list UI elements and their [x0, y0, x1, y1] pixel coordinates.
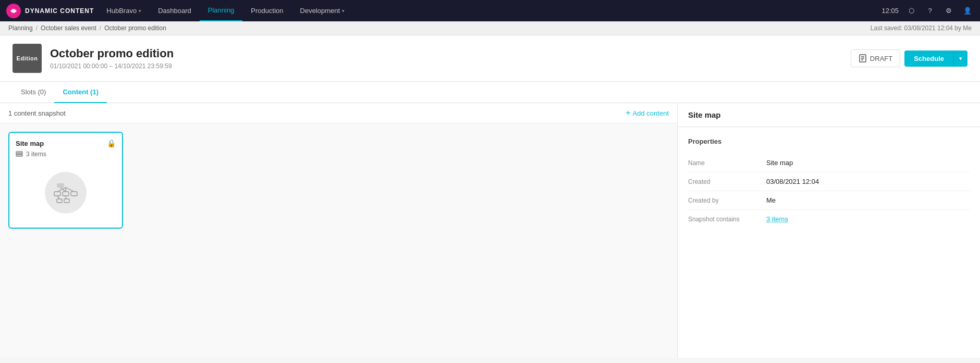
- svg-rect-6: [16, 155, 22, 157]
- svg-rect-9: [54, 192, 60, 196]
- user-icon[interactable]: 👤: [961, 5, 974, 17]
- chevron-down-icon: ▾: [342, 8, 345, 14]
- property-row-name: Name Site map: [688, 154, 970, 172]
- right-panel-header: Site map: [678, 103, 980, 127]
- sitemap-thumbnail-icon: [53, 181, 79, 204]
- tab-slots[interactable]: Slots (0): [13, 82, 54, 103]
- left-panel-toolbar: 1 content snapshot + Add content: [0, 103, 677, 123]
- settings-icon[interactable]: ⚙: [942, 5, 955, 17]
- svg-rect-5: [16, 153, 22, 155]
- nav-item-development[interactable]: Development ▾: [292, 0, 353, 21]
- nav-item-dashboard[interactable]: Dashboard: [150, 0, 200, 21]
- schedule-button-group: Schedule ▾: [904, 51, 967, 67]
- top-navigation: DYNAMIC CONTENT HubBravo ▾ Dashboard Pla…: [0, 0, 980, 21]
- draft-button[interactable]: DRAFT: [851, 49, 900, 67]
- svg-rect-8: [57, 183, 64, 187]
- property-label-snapshot: Snapshot contains: [688, 215, 756, 223]
- card-meta: 3 items: [16, 151, 116, 158]
- svg-rect-16: [57, 199, 62, 203]
- card-header: Site map 🔒: [16, 139, 116, 147]
- property-row-snapshot: Snapshot contains 3 items: [688, 210, 970, 228]
- property-row-created-by: Created by Me: [688, 191, 970, 210]
- thumbnail-circle: [45, 172, 87, 214]
- page-header-left: Edition October promo edition 01/10/2021…: [13, 44, 174, 73]
- property-value-created: 03/08/2021 12:04: [766, 178, 819, 185]
- tab-content[interactable]: Content (1): [54, 82, 107, 103]
- schedule-button[interactable]: Schedule: [904, 51, 953, 67]
- svg-rect-10: [63, 192, 69, 196]
- property-value-snapshot[interactable]: 3 items: [766, 215, 788, 223]
- breadcrumb-separator: /: [36, 24, 38, 32]
- chevron-down-icon: ▾: [139, 8, 141, 14]
- layers-icon: [16, 151, 23, 158]
- cards-area: Site map 🔒 3 items: [0, 123, 677, 358]
- lock-icon: 🔒: [107, 139, 116, 147]
- logo-area[interactable]: DYNAMIC CONTENT: [6, 4, 94, 18]
- add-content-button[interactable]: + Add content: [626, 108, 669, 118]
- card-thumbnail: [16, 164, 116, 221]
- nav-right: 12:05 ⬡ ? ⚙ 👤: [881, 5, 974, 17]
- property-label-created: Created: [688, 178, 756, 185]
- edition-badge: Edition: [13, 44, 42, 73]
- page-header-right: DRAFT Schedule ▾: [851, 49, 967, 67]
- card-title: Site map: [16, 140, 44, 147]
- breadcrumb-planning[interactable]: Planning: [8, 24, 33, 32]
- breadcrumb: Planning / October sales event / October…: [0, 21, 980, 35]
- nav-items: HubBravo ▾ Dashboard Planning Production…: [98, 0, 881, 21]
- page-title: October promo edition: [50, 47, 174, 60]
- properties-title: Properties: [688, 137, 970, 145]
- property-value-name: Site map: [766, 159, 793, 167]
- property-row-created: Created 03/08/2021 12:04: [688, 172, 970, 191]
- card-items-count: 3 items: [26, 151, 46, 158]
- svg-rect-11: [71, 192, 77, 196]
- page-header: Edition October promo edition 01/10/2021…: [0, 35, 980, 82]
- expand-icon[interactable]: ⬡: [905, 5, 917, 17]
- page-title-area: October promo edition 01/10/2021 00:00:0…: [50, 47, 174, 70]
- help-icon[interactable]: ?: [924, 5, 936, 17]
- left-panel: 1 content snapshot + Add content Site ma…: [0, 103, 678, 358]
- breadcrumb-separator-2: /: [100, 24, 101, 32]
- tabs-bar: Slots (0) Content (1): [0, 82, 980, 103]
- clock-display: 12:05: [881, 7, 899, 15]
- property-value-created-by: Me: [766, 196, 776, 204]
- app-logo-text: DYNAMIC CONTENT: [25, 7, 94, 15]
- breadcrumb-october-sales[interactable]: October sales event: [41, 24, 96, 32]
- property-label-name: Name: [688, 159, 756, 167]
- plus-icon: +: [626, 108, 630, 118]
- app-logo-icon: [6, 4, 21, 18]
- content-card-sitemap[interactable]: Site map 🔒 3 items: [8, 132, 123, 229]
- draft-icon: [859, 54, 867, 62]
- last-saved-text: Last saved: 03/08/2021 12:04 by Me: [871, 24, 972, 32]
- nav-item-hubbravo[interactable]: HubBravo ▾: [98, 0, 150, 21]
- content-count: 1 content snapshot: [8, 109, 66, 117]
- svg-line-15: [66, 187, 74, 192]
- nav-item-production[interactable]: Production: [242, 0, 291, 21]
- breadcrumb-path: Planning / October sales event / October…: [8, 24, 166, 32]
- property-label-created-by: Created by: [688, 196, 756, 204]
- page-date-range: 01/10/2021 00:00:00 – 14/10/2021 23:59:5…: [50, 62, 174, 70]
- breadcrumb-current: October promo edition: [104, 24, 166, 32]
- schedule-dropdown-button[interactable]: ▾: [953, 51, 967, 67]
- svg-rect-7: [16, 152, 22, 153]
- svg-rect-17: [64, 199, 69, 203]
- main-content: 1 content snapshot + Add content Site ma…: [0, 103, 980, 358]
- right-panel: Site map Properties Name Site map Create…: [678, 103, 980, 358]
- nav-item-planning[interactable]: Planning: [200, 0, 243, 21]
- right-panel-body: Properties Name Site map Created 03/08/2…: [678, 127, 980, 239]
